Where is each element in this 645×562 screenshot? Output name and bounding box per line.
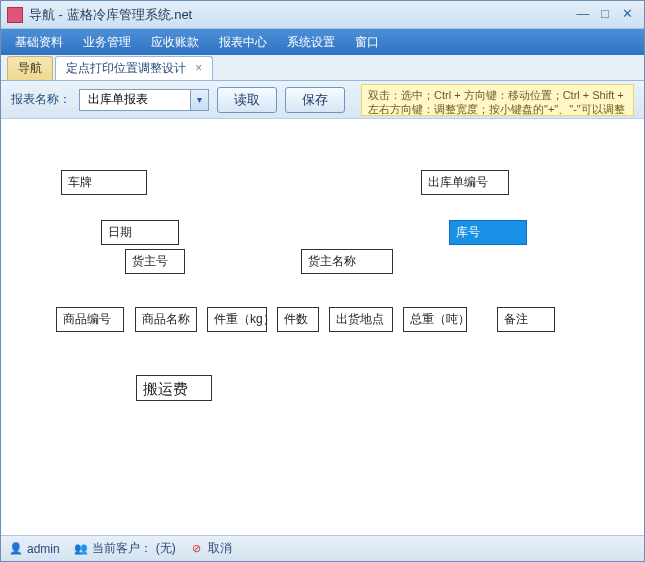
hint-box: 双击：选中；Ctrl + 方向键：移动位置；Ctrl + Shift + 左右方… <box>361 84 634 116</box>
report-name-combo[interactable]: 出库单报表 ▾ <box>79 89 209 111</box>
maximize-button[interactable]: □ <box>594 6 616 24</box>
statusbar: 👤 admin 👥 当前客户： (无) ⊘ 取消 <box>1 535 644 561</box>
person-icon: 👥 <box>74 542 88 556</box>
toolbar: 报表名称： 出库单报表 ▾ 读取 保存 双击：选中；Ctrl + 方向键：移动位… <box>1 81 644 119</box>
field-pieces[interactable]: 件数 <box>277 307 319 332</box>
read-button[interactable]: 读取 <box>217 87 277 113</box>
tab-print-layout[interactable]: 定点打印位置调整设计 × <box>55 56 213 80</box>
cancel-icon: ⊘ <box>190 542 204 556</box>
status-user-value: admin <box>27 542 60 556</box>
menu-business[interactable]: 业务管理 <box>73 30 141 55</box>
tabstrip: 导航 定点打印位置调整设计 × <box>1 55 644 81</box>
save-button[interactable]: 保存 <box>285 87 345 113</box>
status-customer-value: (无) <box>156 540 176 557</box>
tab-label: 定点打印位置调整设计 <box>66 61 186 75</box>
menubar: 基础资料 业务管理 应收账款 报表中心 系统设置 窗口 <box>1 29 644 55</box>
tab-nav[interactable]: 导航 <box>7 56 53 80</box>
field-product-name[interactable]: 商品名称 <box>135 307 197 332</box>
status-customer: 👥 当前客户： (无) <box>74 540 176 557</box>
minimize-button[interactable]: — <box>572 6 594 24</box>
design-canvas[interactable]: 车牌 出库单编号 日期 库号 货主号 货主名称 商品编号 商品名称 件重（kg）… <box>1 119 644 535</box>
titlebar: 导航 - 蓝格冷库管理系统.net — □ ✕ <box>1 1 644 29</box>
field-remark[interactable]: 备注 <box>497 307 555 332</box>
tab-label: 导航 <box>18 61 42 75</box>
status-user: 👤 admin <box>9 542 60 556</box>
menu-basic-data[interactable]: 基础资料 <box>5 30 73 55</box>
status-cancel[interactable]: ⊘ 取消 <box>190 540 232 557</box>
field-outbound-no[interactable]: 出库单编号 <box>421 170 509 195</box>
field-license-plate[interactable]: 车牌 <box>61 170 147 195</box>
window-title: 导航 - 蓝格冷库管理系统.net <box>29 6 572 24</box>
field-owner-name[interactable]: 货主名称 <box>301 249 393 274</box>
field-weight-kg[interactable]: 件重（kg） <box>207 307 267 332</box>
user-icon: 👤 <box>9 542 23 556</box>
menu-system[interactable]: 系统设置 <box>277 30 345 55</box>
close-button[interactable]: ✕ <box>616 6 638 24</box>
tab-close-icon[interactable]: × <box>195 61 202 75</box>
menu-receivables[interactable]: 应收账款 <box>141 30 209 55</box>
app-icon <box>7 7 23 23</box>
menu-reports[interactable]: 报表中心 <box>209 30 277 55</box>
field-handling-fee[interactable]: 搬运费 <box>136 375 212 401</box>
menu-window[interactable]: 窗口 <box>345 30 389 55</box>
report-name-label: 报表名称： <box>11 91 71 108</box>
app-window: 导航 - 蓝格冷库管理系统.net — □ ✕ 基础资料 业务管理 应收账款 报… <box>0 0 645 562</box>
status-cancel-label: 取消 <box>208 540 232 557</box>
field-product-no[interactable]: 商品编号 <box>56 307 124 332</box>
field-owner-no[interactable]: 货主号 <box>125 249 185 274</box>
field-ship-location[interactable]: 出货地点 <box>329 307 393 332</box>
report-name-value: 出库单报表 <box>80 91 190 108</box>
status-customer-label: 当前客户： <box>92 540 152 557</box>
field-date[interactable]: 日期 <box>101 220 179 245</box>
field-total-ton[interactable]: 总重（吨） <box>403 307 467 332</box>
field-store-no[interactable]: 库号 <box>449 220 527 245</box>
chevron-down-icon[interactable]: ▾ <box>190 90 208 110</box>
